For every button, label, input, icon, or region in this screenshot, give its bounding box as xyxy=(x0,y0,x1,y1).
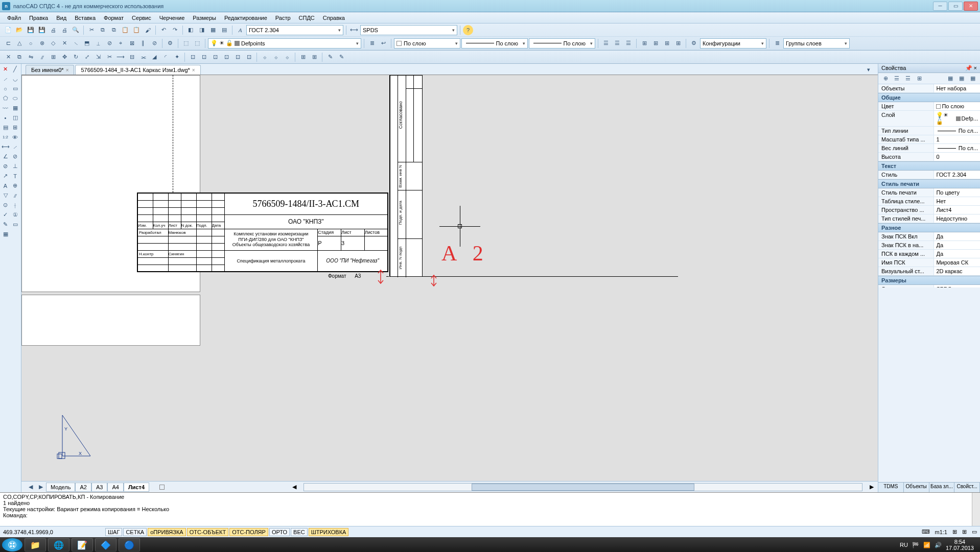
hatch-icon[interactable]: ▦ xyxy=(11,104,19,112)
layer-prev-icon[interactable]: ↩ xyxy=(378,38,388,49)
new-icon[interactable]: 📄 xyxy=(3,25,13,35)
mod-f-icon[interactable]: ⊡ xyxy=(244,52,254,62)
layer-mgr-icon[interactable]: ≣ xyxy=(367,38,377,49)
sheet-tab-list4[interactable]: Лист4 xyxy=(124,483,149,492)
rotate-icon[interactable]: ↻ xyxy=(71,52,81,62)
lineweight-combo[interactable]: По слою xyxy=(529,38,595,49)
doc-tab-1[interactable]: 5766509-1484_II-3-АС1 Каркас Изм1.dwg* × xyxy=(75,65,200,75)
doc-tabs-menu-icon[interactable]: ▾ xyxy=(864,64,874,75)
osnap-ext-icon[interactable]: ⟍ xyxy=(71,38,81,49)
prop-pstyletype-v[interactable]: Недоступно xyxy=(934,214,980,223)
prop-tb1-icon[interactable]: ⊕ xyxy=(880,74,891,84)
region-icon[interactable]: ◫ xyxy=(11,113,19,122)
pos-icon[interactable]: ① xyxy=(11,210,19,219)
menu-dimensions[interactable]: Размеры xyxy=(189,14,220,22)
text-style-combo[interactable]: ГОСТ 2.304 xyxy=(246,25,343,35)
stamp-icon[interactable]: ▦ xyxy=(1,230,10,238)
mod-j-icon[interactable]: ⊞ xyxy=(298,52,308,62)
mod-g-icon[interactable]: ⟐ xyxy=(260,52,270,62)
sheet-scroll-right-icon[interactable]: ▶ xyxy=(36,482,46,492)
cmd-prompt[interactable]: Команда: xyxy=(3,512,977,518)
osnap-per-icon[interactable]: ⟂ xyxy=(93,38,103,49)
tray-flag-icon[interactable]: 🏁 xyxy=(912,542,919,548)
dim-ord-icon[interactable]: ⊥ xyxy=(11,162,19,171)
toggle-osnap[interactable]: оПРИВЯЗКА xyxy=(148,528,186,536)
doc-tab-1-close-icon[interactable]: × xyxy=(192,67,195,73)
status-tool2-icon[interactable]: ⊞ xyxy=(962,529,967,535)
prop-lweight-v[interactable]: По сл... xyxy=(934,144,980,152)
prop-tb3-icon[interactable]: ☰ xyxy=(903,74,913,84)
print-icon[interactable]: 🖨 xyxy=(48,25,58,35)
prop-vstyle-v[interactable]: 2D каркас xyxy=(934,267,980,275)
redo-icon[interactable]: ↷ xyxy=(170,25,180,35)
sheet-tab-model[interactable]: Модель xyxy=(46,483,75,492)
prop-ucsname-v[interactable]: Мировая СК xyxy=(934,258,980,267)
weld-icon[interactable]: ⟊ xyxy=(11,201,19,209)
mod-i-icon[interactable]: ⟐ xyxy=(282,52,292,62)
prop-height-v[interactable]: 0 xyxy=(934,153,980,161)
iso2-icon[interactable]: ⬚ xyxy=(192,38,202,49)
prop-ucsorg-v[interactable]: Да xyxy=(934,241,980,249)
save-icon[interactable]: 💾 xyxy=(26,25,36,35)
menu-format[interactable]: Формат xyxy=(100,14,128,22)
toggle-lweight[interactable]: ВЕС xyxy=(291,528,308,536)
prop-pspace-v[interactable]: Лист4 xyxy=(934,206,980,214)
view-icon[interactable]: 👁 xyxy=(11,133,19,141)
horizontal-scrollbar[interactable] xyxy=(304,483,862,491)
status-tool3-icon[interactable]: ▭ xyxy=(972,529,977,535)
color-combo[interactable]: По слою xyxy=(394,38,460,49)
panel-close-icon[interactable]: × xyxy=(974,65,977,71)
point-icon[interactable]: • xyxy=(1,113,10,122)
osnap-nod-icon[interactable]: ⊗ xyxy=(37,38,47,49)
sect-icon[interactable]: ⫽ xyxy=(11,191,19,200)
minimize-button[interactable]: ─ xyxy=(933,2,947,11)
copyclip-icon[interactable]: ⧉ xyxy=(109,25,119,35)
osnap-ins-icon[interactable]: ⬒ xyxy=(82,38,92,49)
prop-tb2-icon[interactable]: ☰ xyxy=(892,74,902,84)
prop-objects-v[interactable]: Нет набора xyxy=(934,84,980,92)
chamfer-icon[interactable]: ◢ xyxy=(149,52,159,62)
prop-sect-pstyle[interactable]: Стиль печати xyxy=(878,179,980,188)
dtext-icon[interactable]: A xyxy=(1,181,10,190)
taskbar-explorer-icon[interactable]: 📁 xyxy=(25,538,46,551)
toggle-otrack-polar[interactable]: ОТС-ПОЛЯР xyxy=(229,528,268,536)
dim-lin-icon[interactable]: ⟷ xyxy=(1,142,10,151)
iso-icon[interactable]: ⬚ xyxy=(181,38,191,49)
format-icon[interactable]: ▭ xyxy=(11,220,19,229)
prop-ltscale-v[interactable]: 1 xyxy=(934,135,980,143)
sel-cross-icon[interactable]: ✕ xyxy=(1,65,10,74)
prop-tb5-icon[interactable]: ▦ xyxy=(945,74,955,84)
prop-pstyle-v[interactable]: По цвету xyxy=(934,188,980,197)
tool-a-icon[interactable]: ◧ xyxy=(185,25,196,35)
undo-icon[interactable]: ↶ xyxy=(158,25,169,35)
fillet-icon[interactable]: ◜ xyxy=(160,52,171,62)
prop-ucsvp-v[interactable]: Да xyxy=(934,250,980,258)
menu-view[interactable]: Вид xyxy=(52,14,71,22)
osnap-app-icon[interactable]: ⊠ xyxy=(127,38,137,49)
mod-d-icon[interactable]: ⊡ xyxy=(221,52,231,62)
menu-insert[interactable]: Вставка xyxy=(71,14,100,22)
dim-style-icon[interactable]: ⟷ xyxy=(349,25,359,35)
menu-edit[interactable]: Правка xyxy=(25,14,52,22)
tool-c-icon[interactable]: ▦ xyxy=(208,25,218,35)
erase-icon[interactable]: ✕ xyxy=(3,52,13,62)
mod-a-icon[interactable]: ⊡ xyxy=(188,52,198,62)
stretch-icon[interactable]: ⇲ xyxy=(93,52,103,62)
toggle-otrack-obj[interactable]: ОТС-ОБЪЕКТ xyxy=(187,528,228,536)
join-icon[interactable]: ⫘ xyxy=(138,52,148,62)
laytool6-icon[interactable]: ⊞ xyxy=(662,38,672,49)
prop-tstyle-v[interactable]: ГОСТ 2.304 xyxy=(934,171,980,179)
prop-tb7-icon[interactable]: ▦ xyxy=(968,74,978,84)
spline-icon[interactable]: 〰 xyxy=(1,104,10,112)
rect-icon[interactable]: ▭ xyxy=(11,84,19,93)
toggle-ortho[interactable]: ОРТО xyxy=(269,528,290,536)
laygroup-icon[interactable]: ≣ xyxy=(772,38,782,49)
scale12-icon[interactable]: 1:2 xyxy=(1,133,10,141)
preview-icon[interactable]: 🔍 xyxy=(71,25,81,35)
toggle-snap[interactable]: ШАГ xyxy=(105,528,122,536)
taskbar-chrome-icon[interactable]: 🌐 xyxy=(48,538,69,551)
copy-icon[interactable]: ⧉ xyxy=(98,25,108,35)
osnap-nea-icon[interactable]: ⌖ xyxy=(115,38,126,49)
mirror-icon[interactable]: ⇋ xyxy=(26,52,36,62)
osnap-int-icon[interactable]: ✕ xyxy=(59,38,69,49)
